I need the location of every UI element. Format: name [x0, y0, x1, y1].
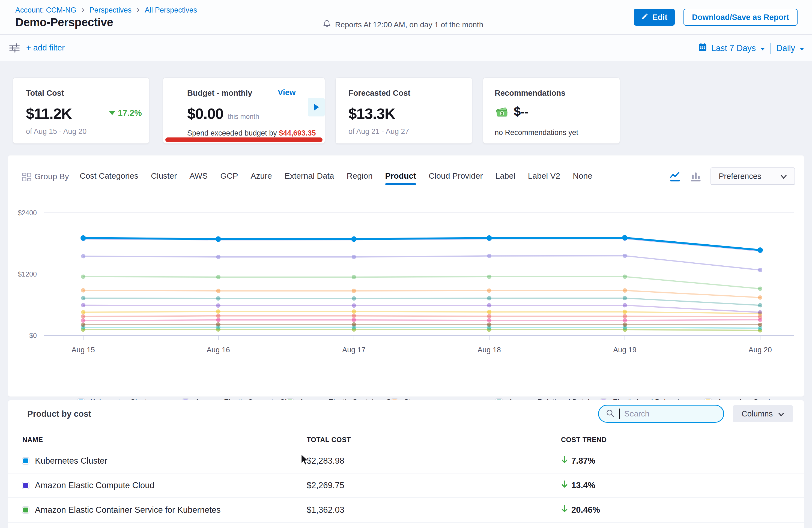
- breadcrumb-account-link[interactable]: Account: CCM-NG: [15, 6, 76, 14]
- cost-trend-cell: 13.4%: [561, 473, 595, 497]
- chevron-down-icon: [799, 43, 805, 53]
- page-title: Demo-Perspective: [15, 16, 113, 29]
- date-range-picker[interactable]: Last 7 Days: [698, 43, 766, 54]
- line-chart-icon[interactable]: [669, 171, 681, 184]
- total-cost-trend: 17.2%: [109, 108, 142, 118]
- series-color-swatch: [23, 458, 29, 464]
- tab-cost-categories[interactable]: Cost Categories: [80, 171, 138, 185]
- cost-trend-cell: 7.87%: [561, 449, 595, 473]
- columns-dropdown[interactable]: Columns: [733, 405, 793, 422]
- forecasted-cost-value: $13.3K: [348, 105, 395, 122]
- download-save-report-button[interactable]: Download/Save as Report: [683, 9, 798, 26]
- pencil-icon: [641, 13, 649, 22]
- time-range-controls: Last 7 Days Daily: [698, 43, 805, 54]
- table-header-row: NAME TOTAL COST COST TREND: [8, 432, 804, 449]
- perspective-page: Account: CCM-NG Perspectives All Perspec…: [0, 0, 812, 528]
- series-color-swatch: [23, 482, 29, 489]
- granularity-picker[interactable]: Daily: [776, 43, 805, 53]
- edit-button[interactable]: Edit: [634, 9, 675, 26]
- tab-region[interactable]: Region: [347, 171, 373, 185]
- bar-chart-icon[interactable]: [690, 171, 702, 184]
- table-row[interactable]: Amazon Elastic Compute Cloud $2,269.75 1…: [8, 473, 804, 498]
- preferences-label: Preferences: [719, 172, 761, 181]
- reports-schedule-text: Reports At 12:00 AM, on day 1 of the mon…: [335, 20, 483, 29]
- cost-trend-chart[interactable]: $0$1200$2400Aug 15Aug 16Aug 17Aug 18Aug …: [8, 196, 804, 362]
- tab-aws[interactable]: AWS: [189, 171, 208, 185]
- filter-sliders-icon[interactable]: [9, 43, 20, 55]
- bell-icon: [322, 19, 331, 30]
- svg-text:$: $: [501, 111, 503, 116]
- chevron-down-icon: [780, 172, 787, 181]
- card-label: Budget - monthly: [187, 89, 252, 98]
- recommendations-card: Recommendations $ $-- no Recommendations…: [483, 78, 620, 144]
- total-cost-cell: $1,362.03: [307, 498, 344, 522]
- tab-external-data[interactable]: External Data: [285, 171, 334, 185]
- card-label: Recommendations: [495, 89, 565, 98]
- tab-product[interactable]: Product: [385, 171, 416, 185]
- total-cost-period: of Aug 15 - Aug 20: [26, 127, 87, 136]
- total-cost-cell: $2,283.98: [307, 449, 344, 473]
- tab-cluster[interactable]: Cluster: [151, 171, 177, 185]
- chevron-down-icon: [759, 43, 766, 53]
- arrow-down-icon: [561, 480, 568, 491]
- product-name-cell: Amazon Elastic Compute Cloud: [23, 473, 155, 497]
- download-button-label: Download/Save as Report: [692, 13, 789, 22]
- card-label: Forecasted Cost: [348, 89, 410, 98]
- column-header-total-cost[interactable]: TOTAL COST: [307, 436, 351, 444]
- calendar-icon: [698, 43, 707, 54]
- expand-card-button[interactable]: [308, 98, 325, 116]
- tab-label-v2[interactable]: Label V2: [528, 171, 560, 185]
- svg-text:Aug 15: Aug 15: [72, 346, 95, 354]
- chevron-right-icon: [136, 6, 140, 14]
- budget-card: Budget - monthly View $0.00 this month S…: [163, 78, 325, 144]
- svg-text:Aug 19: Aug 19: [613, 346, 637, 354]
- trend-value: 7.87%: [571, 456, 595, 466]
- svg-text:$1200: $1200: [18, 270, 37, 278]
- trend-value: 13.4%: [571, 481, 595, 490]
- chart-card: Group By Cost Categories Cluster AWS GCP…: [8, 156, 804, 397]
- breadcrumb-all-perspectives-link[interactable]: All Perspectives: [145, 6, 197, 14]
- add-filter-button[interactable]: + add filter: [26, 43, 65, 53]
- tab-azure[interactable]: Azure: [250, 171, 272, 185]
- product-name: Amazon Elastic Compute Cloud: [35, 481, 155, 490]
- search-icon: [606, 409, 615, 419]
- column-header-cost-trend[interactable]: COST TREND: [561, 436, 607, 444]
- product-name-cell: Kubernetes Cluster: [23, 449, 107, 473]
- filter-bar: + add filter Last 7 Days Daily: [0, 35, 812, 61]
- preferences-dropdown[interactable]: Preferences: [710, 167, 795, 185]
- tab-cloud-provider[interactable]: Cloud Provider: [429, 171, 483, 185]
- tab-gcp[interactable]: GCP: [220, 171, 238, 185]
- breadcrumb: Account: CCM-NG Perspectives All Perspec…: [15, 6, 197, 14]
- trend-value: 17.2%: [118, 108, 142, 118]
- column-header-name[interactable]: NAME: [23, 436, 43, 444]
- chart-type-switcher: [669, 171, 702, 184]
- table-row[interactable]: Amazon Elastic Container Service for Kub…: [8, 498, 804, 523]
- product-name: Kubernetes Cluster: [35, 456, 107, 466]
- columns-label: Columns: [742, 409, 773, 419]
- group-by-label: Group By: [34, 172, 69, 181]
- svg-text:$2400: $2400: [18, 209, 37, 217]
- scheduled-reports[interactable]: Reports At 12:00 AM, on day 1 of the mon…: [322, 19, 483, 30]
- forecasted-cost-card: Forecasted Cost $13.3K of Aug 21 - Aug 2…: [336, 78, 472, 144]
- series-color-swatch: [23, 507, 29, 513]
- exceeded-amount: $44,693.35: [279, 129, 316, 137]
- arrow-down-icon: [561, 504, 568, 515]
- svg-text:$0: $0: [29, 332, 37, 339]
- budget-value-suffix: this month: [228, 113, 259, 120]
- tab-label[interactable]: Label: [495, 171, 515, 185]
- arrow-down-icon: [561, 455, 568, 466]
- cost-trend-cell: 20.46%: [561, 498, 600, 522]
- recommendations-empty-text: no Recommendations yet: [495, 129, 578, 137]
- breadcrumb-perspectives-link[interactable]: Perspectives: [89, 6, 132, 14]
- budget-value: $0.00: [187, 105, 223, 122]
- budget-view-link[interactable]: View: [278, 88, 296, 97]
- exceeded-label: Spend exceeded budget by: [187, 129, 279, 137]
- table-row[interactable]: Kubernetes Cluster $2,283.98 7.87%: [8, 449, 804, 473]
- search-input[interactable]: Search: [598, 405, 724, 423]
- forecast-period: of Aug 21 - Aug 27: [348, 127, 409, 136]
- group-by-icon: [22, 172, 32, 183]
- svg-text:Aug 16: Aug 16: [206, 346, 230, 354]
- budget-overspend-bar: [165, 137, 322, 142]
- total-cost-value: $11.2K: [26, 105, 72, 122]
- tab-none[interactable]: None: [573, 171, 592, 185]
